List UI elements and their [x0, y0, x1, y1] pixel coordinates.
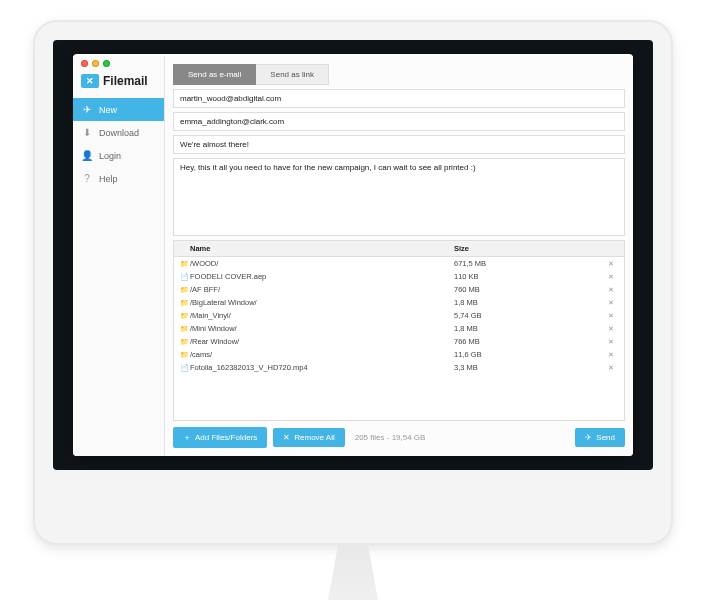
- logo-icon: ✕: [81, 74, 99, 88]
- file-size: 110 KB: [454, 272, 604, 281]
- remove-file-button[interactable]: ✕: [604, 312, 618, 320]
- monitor-chin: [53, 470, 653, 525]
- table-row[interactable]: 📁/BigLateral Window/1,8 MB✕: [174, 296, 624, 309]
- column-header-size[interactable]: Size: [454, 244, 604, 253]
- sidebar-item-label: Login: [99, 151, 121, 161]
- remove-file-button[interactable]: ✕: [604, 260, 618, 268]
- sidebar: ✕ Filemail ✈New⬇Download👤Login?Help: [73, 56, 165, 456]
- table-row[interactable]: 📁/Rear Window/766 MB✕: [174, 335, 624, 348]
- from-field[interactable]: [173, 112, 625, 131]
- app-window: ✕ Filemail ✈New⬇Download👤Login?Help Send…: [73, 54, 633, 456]
- table-row[interactable]: 📁/AF BFF/760 MB✕: [174, 283, 624, 296]
- paper-plane-icon: ✈: [81, 104, 93, 115]
- file-name: /Mini Window/: [190, 324, 454, 333]
- download-icon: ⬇: [81, 127, 93, 138]
- file-size: 766 MB: [454, 337, 604, 346]
- remove-file-button[interactable]: ✕: [604, 286, 618, 294]
- file-name: /BigLateral Window/: [190, 298, 454, 307]
- app-name: Filemail: [103, 74, 148, 88]
- column-header-delete: [604, 244, 618, 253]
- file-name: /cams/: [190, 350, 454, 359]
- file-size: 671,5 MB: [454, 259, 604, 268]
- folder-icon: 📁: [180, 325, 190, 333]
- table-row[interactable]: 📄FOODELI COVER.aep110 KB✕: [174, 270, 624, 283]
- file-size: 1,8 MB: [454, 324, 604, 333]
- table-row[interactable]: 📄Fotolia_162382013_V_HD720.mp43,3 MB✕: [174, 361, 624, 374]
- remove-all-button[interactable]: ✕ Remove All: [273, 428, 344, 447]
- file-table: Name Size 📁/WOOD/671,5 MB✕📄FOODELI COVER…: [173, 240, 625, 421]
- remove-icon: ✕: [283, 433, 290, 442]
- sidebar-item-download[interactable]: ⬇Download: [73, 121, 164, 144]
- file-name: /AF BFF/: [190, 285, 454, 294]
- file-summary: 205 files - 19,54 GB: [351, 433, 426, 442]
- subject-field[interactable]: [173, 135, 625, 154]
- tab-send-as-e-mail[interactable]: Send as e-mail: [173, 64, 256, 85]
- file-name: /Main_Vinyl/: [190, 311, 454, 320]
- file-icon: 📄: [180, 364, 190, 372]
- remove-file-button[interactable]: ✕: [604, 338, 618, 346]
- file-size: 5,74 GB: [454, 311, 604, 320]
- folder-icon: 📁: [180, 286, 190, 294]
- folder-icon: 📁: [180, 351, 190, 359]
- sidebar-item-label: New: [99, 105, 117, 115]
- send-button[interactable]: ✈ Send: [575, 428, 625, 447]
- remove-file-button[interactable]: ✕: [604, 299, 618, 307]
- file-name: Fotolia_162382013_V_HD720.mp4: [190, 363, 454, 372]
- folder-icon: 📁: [180, 299, 190, 307]
- file-name: /WOOD/: [190, 259, 454, 268]
- file-icon: 📄: [180, 273, 190, 281]
- add-files-button[interactable]: ＋ Add Files/Folders: [173, 427, 267, 448]
- user-icon: 👤: [81, 150, 93, 161]
- table-row[interactable]: 📁/Mini Window/1,8 MB✕: [174, 322, 624, 335]
- folder-icon: 📁: [180, 260, 190, 268]
- file-name: /Rear Window/: [190, 337, 454, 346]
- help-icon: ?: [81, 173, 93, 184]
- sidebar-item-label: Help: [99, 174, 118, 184]
- send-mode-tabs: Send as e-mailSend as link: [173, 64, 625, 85]
- sidebar-item-help[interactable]: ?Help: [73, 167, 164, 190]
- folder-icon: 📁: [180, 312, 190, 320]
- file-name: FOODELI COVER.aep: [190, 272, 454, 281]
- plus-icon: ＋: [183, 432, 191, 443]
- tab-send-as-link[interactable]: Send as link: [256, 64, 329, 85]
- remove-file-button[interactable]: ✕: [604, 364, 618, 372]
- main-panel: Send as e-mailSend as link Hey, this it …: [165, 56, 633, 456]
- close-window-button[interactable]: [81, 60, 88, 67]
- monitor-stand: [308, 545, 398, 600]
- minimize-window-button[interactable]: [92, 60, 99, 67]
- table-row[interactable]: 📁/WOOD/671,5 MB✕: [174, 257, 624, 270]
- to-field[interactable]: [173, 89, 625, 108]
- table-row[interactable]: 📁/cams/11,6 GB✕: [174, 348, 624, 361]
- sidebar-item-label: Download: [99, 128, 139, 138]
- file-size: 11,6 GB: [454, 350, 604, 359]
- column-header-name[interactable]: Name: [180, 244, 454, 253]
- sidebar-item-new[interactable]: ✈New: [73, 98, 164, 121]
- file-size: 3,3 MB: [454, 363, 604, 372]
- window-controls: [81, 60, 110, 67]
- remove-file-button[interactable]: ✕: [604, 325, 618, 333]
- message-field[interactable]: Hey, this it all you need to have for th…: [173, 158, 625, 236]
- sidebar-item-login[interactable]: 👤Login: [73, 144, 164, 167]
- maximize-window-button[interactable]: [103, 60, 110, 67]
- remove-file-button[interactable]: ✕: [604, 351, 618, 359]
- folder-icon: 📁: [180, 338, 190, 346]
- file-size: 1,8 MB: [454, 298, 604, 307]
- paper-plane-icon: ✈: [585, 433, 592, 442]
- remove-file-button[interactable]: ✕: [604, 273, 618, 281]
- file-size: 760 MB: [454, 285, 604, 294]
- table-row[interactable]: 📁/Main_Vinyl/5,74 GB✕: [174, 309, 624, 322]
